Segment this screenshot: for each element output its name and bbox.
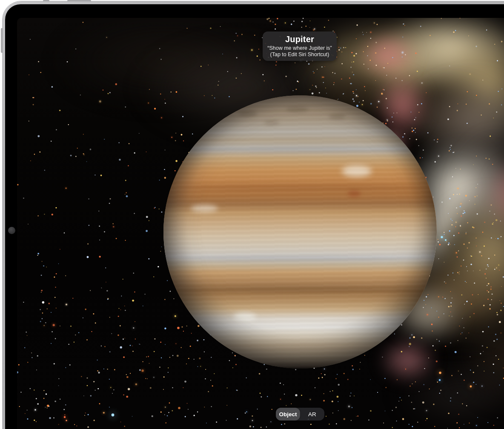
tooltip-siri-phrase: “Show me where Jupiter is”: [263, 45, 337, 51]
jupiter-tooltip[interactable]: Jupiter “Show me where Jupiter is” (Tap …: [263, 31, 337, 61]
planet-limb-shading: [163, 95, 437, 369]
ipad-screen: Jupiter “Show me where Jupiter is” (Tap …: [5, 4, 504, 429]
ar-mode-button[interactable]: AR: [300, 408, 324, 420]
tooltip-title: Jupiter: [263, 34, 337, 44]
page-background: Jupiter “Show me where Jupiter is” (Tap …: [0, 0, 504, 429]
object-mode-button[interactable]: Object: [276, 408, 300, 420]
front-camera-icon: [8, 227, 15, 234]
view-mode-switcher: Object AR: [276, 408, 324, 420]
tooltip-hint: (Tap to Edit Siri Shortcut): [263, 51, 337, 58]
sky-app-viewport[interactable]: Jupiter “Show me where Jupiter is” (Tap …: [17, 18, 504, 429]
ipad-device-frame: Jupiter “Show me where Jupiter is” (Tap …: [3, 1, 504, 429]
planet-jupiter[interactable]: [163, 95, 437, 369]
